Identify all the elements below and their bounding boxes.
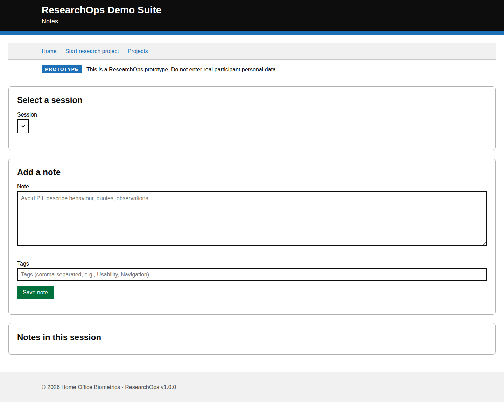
app-footer: © 2026 Home Office Biometrics · Research… bbox=[0, 372, 504, 402]
save-note-button[interactable]: Save note bbox=[17, 286, 54, 299]
prototype-banner-section: PROTOTYPE This is a ResearchOps prototyp… bbox=[34, 65, 470, 78]
session-label: Session bbox=[17, 111, 487, 118]
app-header: ResearchOps Demo Suite Notes bbox=[0, 0, 504, 31]
note-field-group: Note bbox=[17, 183, 487, 246]
select-session-heading: Select a session bbox=[17, 95, 487, 105]
session-select-wrap bbox=[17, 119, 29, 133]
add-note-card: Add a note Note Tags Save note bbox=[8, 159, 496, 315]
add-note-heading: Add a note bbox=[17, 167, 487, 177]
main-nav: Home Start research project Projects bbox=[8, 43, 496, 60]
note-label: Note bbox=[17, 183, 487, 190]
app-subtitle: Notes bbox=[42, 18, 462, 25]
accent-bar bbox=[0, 31, 504, 35]
note-textarea[interactable] bbox=[17, 191, 487, 246]
divider bbox=[34, 78, 470, 78]
footer-text: © 2026 Home Office Biometrics · Research… bbox=[42, 384, 176, 390]
session-select[interactable] bbox=[17, 119, 29, 133]
tags-label: Tags bbox=[17, 260, 487, 267]
nav-link-start-research-project[interactable]: Start research project bbox=[65, 48, 119, 55]
notes-in-session-heading: Notes in this session bbox=[17, 332, 487, 342]
notes-in-session-card: Notes in this session bbox=[8, 323, 496, 355]
prototype-message: This is a ResearchOps prototype. Do not … bbox=[86, 66, 277, 73]
select-session-card: Select a session Session bbox=[8, 86, 496, 150]
app-title: ResearchOps Demo Suite bbox=[42, 5, 462, 16]
tags-field-group: Tags bbox=[17, 260, 487, 281]
nav-link-projects[interactable]: Projects bbox=[128, 48, 148, 55]
prototype-badge: PROTOTYPE bbox=[42, 65, 82, 74]
tags-input[interactable] bbox=[17, 268, 487, 281]
nav-link-home[interactable]: Home bbox=[42, 48, 57, 55]
